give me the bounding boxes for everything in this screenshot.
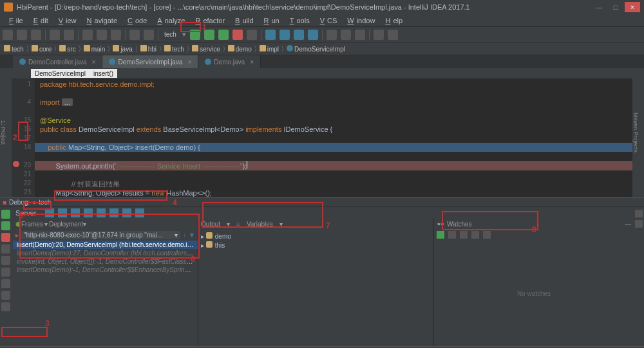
crumb-core[interactable]: core — [32, 45, 52, 53]
crumb-hbi[interactable]: hbi — [140, 45, 156, 53]
paste-icon[interactable] — [111, 30, 121, 40]
menu-navigate[interactable]: Navigate — [82, 17, 120, 24]
evaluate-icon[interactable] — [135, 208, 144, 217]
tab-DemoController.java[interactable]: DemoController.java× — [13, 55, 102, 68]
crumb-main[interactable]: main — [84, 45, 106, 53]
restore-layout-icon[interactable] — [635, 210, 643, 217]
run-config[interactable]: tech — [162, 31, 178, 38]
structure-icon[interactable] — [327, 30, 337, 40]
settings-debug-icon[interactable] — [1, 279, 10, 288]
variables-list[interactable]: ▸ demo▸ this — [198, 229, 433, 346]
menu-refactor[interactable]: Refactor — [190, 17, 227, 24]
menu-code[interactable]: Code — [122, 17, 149, 24]
save-icon[interactable] — [17, 30, 27, 40]
vcs-history-icon[interactable] — [294, 30, 304, 40]
crumb-java[interactable]: java — [113, 45, 132, 53]
vcs-commit-icon[interactable] — [279, 30, 290, 40]
show-exec-point-icon[interactable] — [45, 208, 54, 217]
var-this[interactable]: ▸ this — [201, 241, 431, 250]
editor[interactable]: DemoServiceImpl insert() 1 4 15161718 20… — [12, 68, 644, 197]
attach-icon[interactable] — [247, 30, 257, 40]
cut-icon[interactable] — [82, 30, 93, 40]
settings2-icon[interactable] — [635, 220, 643, 228]
crumb-tech[interactable]: tech — [4, 45, 24, 53]
crumb-service[interactable]: service — [192, 45, 220, 53]
frame-row[interactable]: insert(Demo):20, DemoServiceImpl (hbi.te… — [13, 241, 198, 249]
menu-edit[interactable]: Edit — [28, 17, 51, 24]
var-demo[interactable]: ▸ demo — [201, 232, 431, 241]
maven-tool[interactable]: Maven Projects — [632, 113, 639, 152]
frame-row[interactable]: insertDemo(Demo):-1, DemoController$$Enh… — [13, 266, 198, 274]
sync-icon[interactable] — [31, 30, 41, 40]
maximize-button[interactable]: □ — [608, 2, 623, 12]
tab-DemoServiceImpl.java[interactable]: DemoServiceImpl.java× — [102, 55, 198, 68]
close-button[interactable]: × — [625, 2, 640, 12]
mute-breakpoints-icon[interactable] — [1, 256, 10, 265]
crumb-class[interactable]: DemoServiceImpl — [31, 69, 90, 78]
menu-help[interactable]: Help — [380, 17, 405, 24]
down-watch-icon[interactable] — [471, 231, 479, 239]
remove-watch-icon[interactable] — [448, 231, 456, 239]
add-watch-icon[interactable] — [437, 231, 444, 239]
drop-frame-icon[interactable] — [109, 208, 118, 217]
coverage-icon[interactable] — [218, 30, 229, 40]
copy-watch-icon[interactable] — [483, 231, 491, 239]
forward-icon[interactable] — [144, 30, 154, 40]
minimize-button[interactable]: — — [591, 2, 607, 12]
crumb-src[interactable]: src — [59, 45, 75, 53]
redo-icon[interactable] — [64, 30, 74, 40]
up-watch-icon[interactable] — [460, 231, 468, 239]
settings-icon[interactable] — [341, 30, 351, 40]
run-icon[interactable] — [190, 30, 200, 40]
deployment-tab[interactable]: Deployment — [49, 221, 83, 228]
vcs-update-icon[interactable] — [265, 30, 276, 40]
pin-icon[interactable] — [1, 291, 10, 300]
frame-row[interactable]: insertDemo(Demo):27, DemoController (hbi… — [13, 249, 198, 257]
project-tool[interactable]: 1: Project — [0, 120, 6, 145]
output-tab[interactable]: Output — [201, 221, 220, 228]
step-over-icon[interactable] — [58, 208, 67, 217]
copy-icon[interactable] — [97, 30, 107, 40]
crumb-impl[interactable]: impl — [260, 45, 279, 53]
jrebel-icon[interactable] — [374, 30, 384, 40]
crumb-method[interactable]: insert() — [90, 69, 117, 78]
server-tab[interactable]: Server — [15, 209, 36, 217]
force-step-into-icon[interactable] — [84, 208, 93, 217]
crumb-demo[interactable]: demo — [228, 45, 252, 53]
help-icon[interactable] — [355, 30, 365, 40]
open-icon[interactable] — [3, 30, 13, 40]
back-icon[interactable] — [129, 30, 140, 40]
gutter[interactable]: 1 4 15161718 20212223 2526 — [12, 78, 35, 197]
menu-file[interactable]: File — [4, 17, 26, 24]
vcs-revert-icon[interactable] — [308, 30, 318, 40]
menu-build[interactable]: Build — [230, 17, 256, 24]
frames-tab[interactable]: Frames — [21, 221, 43, 228]
xrebel-icon[interactable] — [388, 30, 398, 40]
menu-analyze[interactable]: Analyze — [152, 17, 187, 24]
frames-list[interactable]: insert(Demo):20, DemoServiceImpl (hbi.te… — [13, 241, 198, 346]
code-lines[interactable]: package hbi.tech.service.demo.impl; impo… — [35, 78, 644, 197]
close-debug-icon[interactable] — [1, 302, 10, 311]
crumb-tech[interactable]: tech — [164, 45, 184, 53]
menu-window[interactable]: Window — [342, 17, 377, 24]
undo-icon[interactable] — [50, 30, 60, 40]
menu-view[interactable]: View — [53, 17, 79, 24]
resume-icon[interactable] — [1, 221, 10, 230]
rerun-icon[interactable] — [1, 210, 10, 219]
stop-debug-icon[interactable] — [1, 233, 10, 242]
thread-selector[interactable]: ▸ "http-nio-8080-exec-10"@17,674 in grou… — [13, 229, 198, 241]
run-to-cursor-icon[interactable] — [122, 208, 131, 217]
menu-vcs[interactable]: VCS — [315, 17, 340, 24]
step-out-icon[interactable] — [97, 208, 106, 217]
view-breakpoints-icon[interactable] — [1, 244, 10, 253]
frame-row[interactable]: invoke(int, Object, Object[]):-1, DemoCo… — [13, 257, 198, 266]
layout-icon[interactable] — [1, 268, 10, 277]
menu-run[interactable]: Run — [259, 17, 282, 24]
stop-icon[interactable] — [232, 30, 243, 40]
debug-icon[interactable] — [204, 30, 214, 40]
menu-tools[interactable]: Tools — [285, 17, 312, 24]
tab-Demo.java[interactable]: Demo.java× — [198, 55, 261, 68]
variables-tab[interactable]: Variables — [247, 221, 273, 228]
step-into-icon[interactable] — [71, 208, 80, 217]
crumb-DemoServiceImpl[interactable]: DemoServiceImpl — [287, 45, 345, 53]
